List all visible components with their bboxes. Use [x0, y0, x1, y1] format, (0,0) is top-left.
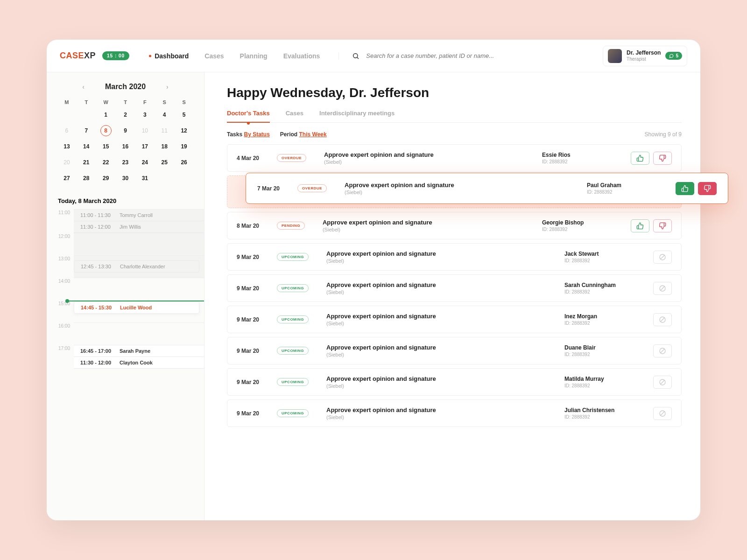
- task-person: Matilda Murray ID: 2888392: [564, 376, 644, 388]
- task-row[interactable]: 9 Mar 20 UPCOMING Approve expert opinion…: [227, 243, 682, 271]
- dow-label: M: [57, 99, 77, 105]
- calendar-day[interactable]: 21: [77, 156, 96, 168]
- reject-button[interactable]: [698, 182, 717, 195]
- tab-interdisciplinary-meetings[interactable]: Interdisciplinary meetings: [319, 110, 395, 122]
- calendar-day[interactable]: 20: [57, 156, 77, 168]
- calendar-day[interactable]: 2: [116, 109, 135, 121]
- approve-button[interactable]: [631, 152, 649, 165]
- task-row[interactable]: 9 Mar 20 UPCOMING Approve expert opinion…: [227, 337, 682, 364]
- calendar-day[interactable]: 23: [116, 156, 135, 168]
- task-row-active[interactable]: 7 Mar 20 OVERDUE Approve expert opinion …: [246, 173, 728, 204]
- calendar-day[interactable]: 12: [174, 125, 194, 137]
- calendar-day[interactable]: 1: [96, 109, 116, 121]
- task-row[interactable]: 4 Mar 20 OVERDUE Approve expert opinion …: [227, 144, 682, 172]
- svg-line-3: [660, 255, 664, 259]
- reject-button[interactable]: [653, 219, 672, 232]
- tab-cases[interactable]: Cases: [286, 110, 303, 122]
- task-row[interactable]: 9 Mar 20 UPCOMING Approve expert opinion…: [227, 306, 682, 333]
- person-name: Paul Graham: [587, 182, 666, 189]
- calendar-day[interactable]: 24: [135, 156, 155, 168]
- calendar-day[interactable]: 15: [96, 140, 116, 153]
- svg-point-0: [353, 53, 358, 57]
- appointment-current[interactable]: 14:45 - 15:30Lucille Wood: [74, 301, 199, 314]
- approve-button[interactable]: [631, 219, 649, 232]
- task-row[interactable]: 9 Mar 20 UPCOMING Approve expert opinion…: [227, 274, 682, 302]
- user-name: Dr. Jefferson: [627, 49, 661, 56]
- main: Happy Wednesday, Dr. Jefferson Doctor's …: [204, 72, 700, 520]
- calendar-day[interactable]: 29: [96, 172, 116, 184]
- status-pill: UPCOMING: [277, 409, 309, 417]
- person-id: ID: 2888392: [564, 383, 644, 388]
- calendar-day[interactable]: 18: [155, 140, 174, 153]
- calendar-day[interactable]: 31: [135, 172, 155, 184]
- calendar-day[interactable]: 4: [155, 109, 174, 121]
- task-desc: Approve expert opinion and signature (Si…: [326, 375, 555, 389]
- nav-item-dashboard[interactable]: Dashboard: [155, 52, 189, 60]
- nav-item-cases[interactable]: Cases: [204, 52, 224, 60]
- calendar-day[interactable]: 8: [96, 125, 116, 137]
- calendar-day[interactable]: 3: [135, 109, 155, 121]
- calendar-day: [57, 109, 77, 121]
- prev-month[interactable]: ‹: [82, 83, 85, 91]
- calendar-day[interactable]: 27: [57, 172, 77, 184]
- calendar-day[interactable]: 7: [77, 125, 96, 137]
- person-id: ID: 2888392: [564, 321, 644, 326]
- appt-time: 12:45 - 13:30: [81, 264, 114, 269]
- task-subtitle: (Siebel): [326, 321, 555, 326]
- nav-item-planning[interactable]: Planning: [240, 52, 268, 60]
- calendar-day[interactable]: 5: [174, 109, 194, 121]
- person-name: Matilda Murray: [564, 376, 644, 382]
- calendar-day[interactable]: 19: [174, 140, 194, 153]
- task-row[interactable]: 9 Mar 20 UPCOMING Approve expert opinion…: [227, 368, 682, 396]
- nav-item-evaluations[interactable]: Evaluations: [283, 52, 320, 60]
- filter-link[interactable]: By Status: [244, 131, 269, 138]
- search-wrap: [338, 52, 603, 60]
- task-row[interactable]: 9 Mar 20 UPCOMING Approve expert opinion…: [227, 399, 682, 427]
- task-subtitle: (Siebel): [326, 258, 555, 264]
- calendar-day[interactable]: 9: [116, 125, 135, 137]
- calendar-day[interactable]: 30: [116, 172, 135, 184]
- appointment[interactable]: 11:30 - 12:00Clayton Cook: [74, 357, 204, 369]
- calendar-day[interactable]: 28: [77, 172, 96, 184]
- calendar-day[interactable]: 14: [77, 140, 96, 153]
- task-list: 4 Mar 20 OVERDUE Approve expert opinion …: [227, 144, 682, 427]
- disabled-action: [653, 313, 672, 326]
- calendar-day[interactable]: 16: [116, 140, 135, 153]
- logo: CASEXP: [60, 51, 96, 61]
- approve-button[interactable]: [676, 182, 694, 195]
- calendar-day[interactable]: 11: [155, 125, 174, 137]
- messages-badge[interactable]: 5: [665, 52, 682, 60]
- next-month[interactable]: ›: [166, 83, 169, 91]
- calendar-day[interactable]: 26: [174, 156, 194, 168]
- tab-doctor-s-tasks[interactable]: Doctor's Tasks: [227, 110, 270, 122]
- appointment[interactable]: 12:45 - 13:30Charlotte Alexander: [74, 260, 199, 273]
- person-id: ID: 2888392: [564, 258, 644, 263]
- calendar-day[interactable]: 6: [57, 125, 77, 137]
- user-card[interactable]: Dr. Jefferson Therapist 5: [603, 46, 687, 66]
- filter-link[interactable]: This Week: [299, 131, 327, 138]
- appointment[interactable]: 16:45 - 17:00Sarah Payne: [74, 345, 204, 357]
- calendar-day[interactable]: 22: [96, 156, 116, 168]
- appointment[interactable]: 11:30 - 12:00Jim Willis: [74, 221, 204, 233]
- task-row[interactable]: 8 Mar 20 PENDING Approve expert opinion …: [227, 212, 682, 239]
- calendar-month: March 2020: [105, 83, 146, 91]
- calendar-day[interactable]: 25: [155, 156, 174, 168]
- appointment[interactable]: 11:00 - 11:30Tommy Carroll: [74, 210, 204, 221]
- task-actions: [653, 407, 672, 420]
- task-subtitle: (Siebel): [324, 159, 533, 165]
- reject-button[interactable]: [653, 152, 672, 165]
- task-date: 9 Mar 20: [237, 316, 268, 323]
- hour-label: 13:00: [47, 255, 74, 261]
- task-title: Approve expert opinion and signature: [326, 344, 555, 351]
- disabled-action: [653, 282, 672, 295]
- search-input[interactable]: [366, 52, 603, 59]
- person-id: ID: 2888392: [564, 352, 644, 357]
- svg-line-1: [357, 57, 359, 59]
- disabled-action: [653, 376, 672, 389]
- calendar-day[interactable]: 17: [135, 140, 155, 153]
- disabled-action: [653, 251, 672, 264]
- calendar-day[interactable]: 13: [57, 140, 77, 153]
- person-name: Duane Blair: [564, 344, 644, 351]
- calendar-day[interactable]: 10: [135, 125, 155, 137]
- person-name: Essie Rios: [542, 152, 621, 158]
